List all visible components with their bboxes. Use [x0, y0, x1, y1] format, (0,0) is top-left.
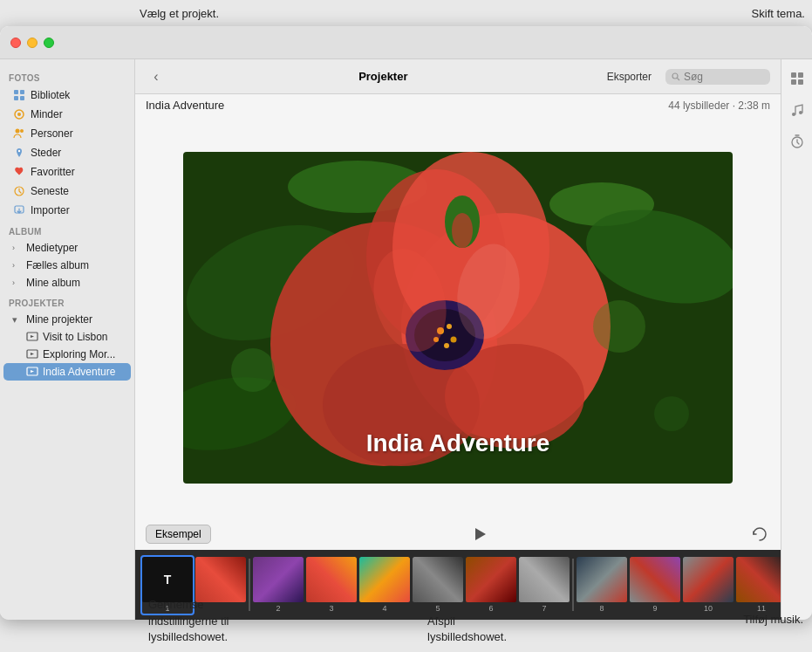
filmstrip-thumb-7[interactable]: 7 — [519, 557, 570, 614]
filmstrip-thumb-10[interactable]: 10 — [683, 557, 734, 614]
svg-point-51 — [654, 396, 689, 431]
project-name: India Adventure — [146, 99, 224, 112]
sidebar-item-favoritter[interactable]: Favoritter — [3, 162, 131, 182]
svg-rect-54 — [798, 72, 803, 78]
favorites-icon — [12, 165, 26, 179]
filmstrip-thumb-5-num: 5 — [413, 604, 463, 613]
svg-rect-2 — [14, 96, 18, 100]
annotation-choose-project: Vælg et projekt. — [140, 7, 219, 20]
filmstrip-thumb-2-num: 2 — [253, 604, 304, 613]
content-header: ‹ Projekter Eksporter — [135, 59, 781, 94]
people-icon — [12, 127, 26, 141]
search-input[interactable] — [684, 71, 762, 83]
sidebar-item-medietyper[interactable]: › Medietyper — [3, 239, 131, 257]
titlebar — [0, 26, 812, 59]
play-button[interactable] — [467, 522, 492, 546]
svg-point-5 — [17, 113, 21, 116]
loop-button[interactable] — [749, 524, 770, 545]
sidebar-item-exploring[interactable]: Exploring Mor... — [3, 346, 131, 363]
filmstrip-thumb-4-num: 4 — [359, 604, 410, 613]
sidebar-section-fotos: Fotos — [0, 66, 134, 86]
main-window: Fotos Bibliotek Minder Personer — [0, 26, 812, 620]
filmstrip-thumb-9-img — [630, 557, 680, 602]
slideshow-icon-lisbon — [26, 331, 38, 343]
filmstrip-thumb-1[interactable]: T 1 — [142, 557, 193, 614]
filmstrip-thumb-3-img — [306, 557, 357, 602]
svg-point-44 — [444, 343, 449, 348]
preview-button[interactable]: Eksempel — [146, 525, 211, 544]
svg-point-41 — [447, 324, 452, 329]
sidebar-item-importer[interactable]: Importer — [3, 201, 131, 220]
filmstrip-thumb-11[interactable]: 11 — [736, 557, 781, 614]
sidebar-item-minder[interactable]: Minder — [3, 105, 131, 124]
svg-point-58 — [799, 111, 802, 114]
svg-line-25 — [678, 78, 680, 80]
sidebar-label-faelles: Fælles album — [26, 259, 89, 271]
library-icon — [12, 88, 26, 102]
filmstrip-thumb-1-img: T — [142, 557, 193, 602]
svg-point-49 — [593, 300, 645, 353]
bottom-controls: Eksempel — [135, 518, 781, 550]
fullscreen-button[interactable] — [44, 38, 54, 48]
recent-icon — [12, 184, 26, 198]
filmstrip: T 1 2 3 — [135, 550, 781, 620]
back-button[interactable]: ‹ — [146, 66, 167, 87]
sidebar-item-bibliotek[interactable]: Bibliotek — [3, 86, 131, 105]
filmstrip-thumb-1b-img — [195, 557, 246, 602]
sidebar-item-seneste[interactable]: Seneste — [3, 182, 131, 201]
svg-rect-56 — [798, 79, 803, 85]
places-icon — [12, 146, 26, 160]
filmstrip-thumb-5-img — [413, 557, 463, 602]
minimize-button[interactable] — [27, 38, 38, 48]
svg-point-7 — [20, 129, 24, 133]
sidebar-item-faelles[interactable]: › Fælles album — [3, 257, 131, 274]
sidebar-item-mine-album[interactable]: › Mine album — [3, 274, 131, 292]
sidebar-label-mine-projekter: Mine projekter — [26, 313, 92, 326]
sidebar-item-visit-lisbon[interactable]: Visit to Lisbon — [3, 328, 131, 346]
sidebar-label-personer: Personer — [31, 127, 73, 140]
svg-point-48 — [452, 213, 473, 248]
filmstrip-thumb-4-img — [359, 557, 410, 602]
filmstrip-thumb-3-num: 3 — [306, 604, 357, 613]
svg-marker-52 — [475, 528, 486, 540]
sidebar-label-mine-album: Mine album — [26, 277, 80, 289]
filmstrip-thumb-3[interactable]: 3 — [306, 557, 357, 614]
project-content: India Adventure 44 lysbilleder · 2:38 m — [135, 94, 781, 620]
filmstrip-thumb-8[interactable]: 8 — [577, 557, 627, 614]
slideshow-icon-exploring — [26, 348, 38, 360]
search-box — [665, 69, 770, 85]
filmstrip-thumb-1-num: 1 — [142, 604, 193, 613]
sidebar-item-india-adventure[interactable]: India Adventure — [3, 363, 131, 381]
sidebar-item-mine-projekter[interactable]: ▾ Mine projekter — [3, 311, 131, 328]
svg-rect-1 — [20, 90, 24, 94]
music-icon[interactable] — [785, 98, 809, 122]
svg-rect-55 — [791, 79, 796, 85]
filmstrip-thumb-2-img — [253, 557, 304, 602]
filmstrip-thumb-8-img — [577, 557, 627, 602]
slideshow-icon-india — [26, 366, 38, 378]
traffic-lights — [10, 38, 54, 48]
filmstrip-thumb-9[interactable]: 9 — [630, 557, 680, 614]
filmstrip-thumb-11-num: 11 — [736, 604, 781, 613]
svg-point-6 — [16, 129, 20, 134]
search-icon — [672, 72, 680, 81]
duration-icon[interactable] — [785, 129, 809, 154]
svg-rect-53 — [791, 72, 796, 78]
filmstrip-thumb-1b[interactable] — [195, 557, 246, 614]
filmstrip-thumb-6[interactable]: 6 — [466, 557, 516, 614]
export-button[interactable]: Eksporter — [600, 68, 658, 86]
theme-icon[interactable] — [785, 66, 809, 91]
sidebar-label-bibliotek: Bibliotek — [31, 89, 70, 101]
filmstrip-thumb-6-img — [466, 557, 516, 602]
sidebar-label-visit-lisbon: Visit to Lisbon — [43, 331, 108, 343]
filmstrip-thumb-5[interactable]: 5 — [413, 557, 463, 614]
svg-point-8 — [18, 150, 20, 152]
close-button[interactable] — [10, 38, 21, 48]
sidebar-item-steder[interactable]: Steder — [3, 143, 131, 162]
page-title: Projekter — [174, 70, 593, 83]
sidebar-item-personer[interactable]: Personer — [3, 124, 131, 143]
filmstrip-thumb-10-num: 10 — [683, 604, 734, 613]
filmstrip-thumb-2[interactable]: 2 — [253, 557, 304, 614]
filmstrip-thumb-4[interactable]: 4 — [359, 557, 410, 614]
sidebar-label-importer: Importer — [31, 204, 70, 216]
